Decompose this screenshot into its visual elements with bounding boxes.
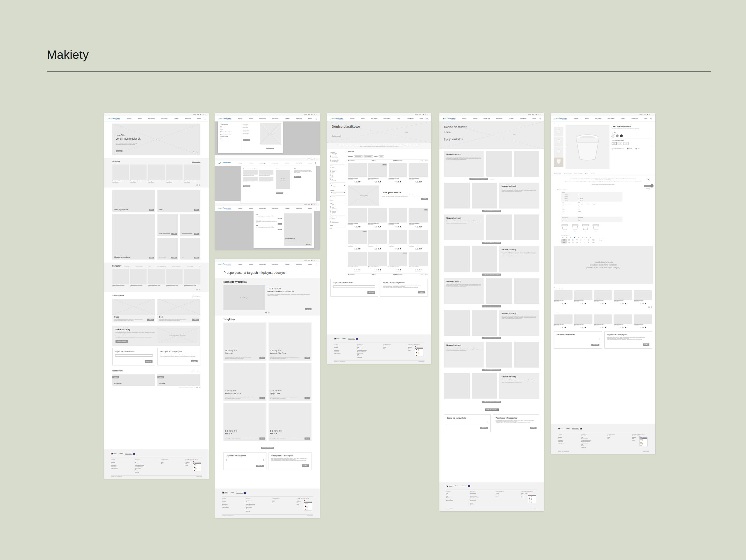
newsletter-email-input[interactable]: [447, 421, 488, 423]
language-option[interactable]: RU: [193, 470, 201, 471]
product-card[interactable]: Nazwa produktu lorem ipsum Rodzaj produk…: [574, 290, 593, 305]
search-icon[interactable]: [315, 162, 317, 164]
filter-option[interactable]: + kolor łamany 2: [331, 210, 345, 211]
cooperation-button[interactable]: ZOBACZ: [418, 291, 425, 293]
cooperation-button[interactable]: ZOBACZ: [530, 427, 537, 429]
nav-item[interactable]: Nowości: [585, 118, 589, 119]
show-previous-button[interactable]: WYŚWIETL POPRZEDNIE: [261, 447, 275, 449]
menu-subcategory[interactable]: systemy nawadniania: [242, 135, 257, 136]
topbar-b2b-link[interactable]: B2B: [308, 114, 310, 115]
filter-option[interactable]: Rosana: [331, 169, 345, 170]
bestseller-tab[interactable]: Zbiorniki na wodę: [187, 266, 193, 267]
footer-link[interactable]: Wirtualny spacer: [334, 350, 341, 351]
footer-link[interactable]: Poradniki: [607, 436, 615, 437]
footer-link[interactable]: Wirtualny spacer: [222, 504, 229, 505]
sort-select[interactable]: Sortowanie: Popularność ∨: [393, 160, 403, 161]
filter-option[interactable]: Tubus: [331, 178, 345, 179]
show-collection-products-button[interactable]: POKAŻ WSZYSTKIE PRODUKTY Z KOLEKCJI: [482, 401, 501, 403]
topbar-language[interactable]: PL: [314, 204, 315, 205]
newsletter-email-input[interactable]: [557, 338, 599, 340]
menu-subcategory[interactable]: podstawki pod donice: [242, 132, 257, 133]
filter-option[interactable]: + kolor złoty 1: [331, 211, 345, 212]
zobacz-button[interactable]: ZOBACZ: [194, 209, 199, 211]
prosperplast-logo[interactable]: Prosperplastplastic products: [218, 117, 235, 120]
footer-link[interactable]: Kariera: [632, 440, 637, 441]
slider-handle[interactable]: [344, 185, 345, 186]
footer-link[interactable]: FAQ: [161, 464, 169, 465]
prosperplast-logo[interactable]: Prosperplastplastic products: [442, 117, 459, 120]
cooperation-button[interactable]: ZOBACZ: [643, 343, 650, 345]
filter-option[interactable]: Uno: [331, 175, 345, 176]
nav-item[interactable]: Strefa wiedzy∨: [383, 118, 391, 119]
back-link[interactable]: ‹: [551, 121, 655, 124]
show-collection-products-button[interactable]: POKAŻ WSZYSTKIE PRODUKTY Z KOLEKCJI: [482, 242, 501, 244]
bestseller-tab[interactable]: Donice plastikowe: [124, 266, 130, 267]
nav-item[interactable]: Produkty∨: [462, 118, 467, 119]
footer-link[interactable]: Wirtualny spacer: [558, 440, 565, 441]
footer-link[interactable]: FAQ: [272, 503, 280, 504]
language-option[interactable]: RU: [639, 445, 647, 446]
color-swatch-white[interactable]: [612, 134, 614, 137]
footer-link[interactable]: Wirtualny spacer: [111, 465, 118, 466]
product-card[interactable]: Nazwa produktu lorem ipsum Rodzaj produk…: [148, 165, 165, 183]
footer-link[interactable]: Poradniki: [272, 500, 280, 501]
footer-link[interactable]: Akcesoria do odśnieżania: [357, 352, 367, 353]
nav-item[interactable]: O firmie∨: [174, 118, 179, 119]
see-all-link[interactable]: Zobacz wszystkie >: [192, 161, 200, 163]
product-card[interactable]: Nazwa produktu lorem ipsum Rodzaj produk…: [409, 208, 428, 229]
nav-item[interactable]: Kontakt: [308, 264, 312, 265]
bestseller-tab[interactable]: Inne: [199, 266, 200, 267]
footer-link[interactable]: Katalogi: [383, 347, 391, 348]
style-tile[interactable]: Ogród Lorem ipsum dolor sit amet, consec…: [112, 299, 155, 322]
past-event-card[interactable]: 8.-12. luty 2019 Ambiente The Show Lead …: [224, 363, 266, 401]
article-card[interactable]: Tytuł poradnika lorem ipsum dolor sit: [259, 177, 274, 183]
topbar-b2b-link[interactable]: B2B: [644, 114, 645, 115]
footer-link[interactable]: Targi: [558, 439, 565, 440]
product-action[interactable]: Schowek: [627, 148, 632, 149]
footer-link[interactable]: Nowości: [357, 356, 367, 357]
color-dots[interactable]: [348, 181, 367, 182]
pagination[interactable]: ‹ 1 2 3 … 4 … 17 18 ›: [420, 160, 428, 161]
language-select[interactable]: Polski∨: [190, 461, 202, 462]
color-dots[interactable]: [389, 248, 407, 249]
filter-option[interactable]: doniczki ozdobne: [331, 153, 345, 155]
footer-link[interactable]: Shop by style: [581, 447, 591, 448]
footer-link[interactable]: Kariera: [521, 498, 525, 499]
footer-link[interactable]: Ochrona danych: [334, 352, 341, 353]
filter-header[interactable]: Typ+: [331, 228, 345, 229]
bestseller-tab[interactable]: Akcesoria ogrodowe: [136, 266, 142, 267]
footer-link[interactable]: Ochrona danych: [111, 467, 118, 468]
footer-link[interactable]: Nasze marki: [222, 501, 229, 503]
topbar-b2b-link[interactable]: B2B: [420, 114, 421, 115]
filter-option[interactable]: doniczka: [331, 218, 345, 219]
footer-link[interactable]: Akcesoria do odśnieżania: [135, 467, 144, 468]
product-card[interactable]: Nazwa produktu lorem ipsum Rodzaj produk…: [166, 269, 182, 287]
topbar-kariera-link[interactable]: Kariera: [528, 114, 531, 115]
footer-link[interactable]: Kontakt: [408, 346, 412, 347]
size-button[interactable]: ⌀ 600: [612, 142, 616, 145]
newsletter-email-input[interactable]: [333, 285, 375, 288]
zobacz-button[interactable]: ZOBACZ: [149, 257, 154, 259]
product-thumbnail[interactable]: [554, 127, 564, 137]
nav-item[interactable]: Shop by Style: [259, 118, 266, 119]
category-tile[interactable]: Zimowe zabawki plastikoweZOBACZ: [157, 214, 178, 236]
nav-item[interactable]: Nowości: [474, 118, 477, 119]
footer-link[interactable]: Polityka prywatności: [334, 353, 341, 354]
footer-link[interactable]: Akcesoria do odśnieżania: [581, 441, 591, 442]
footer-link[interactable]: Polityka prywatności: [111, 468, 118, 469]
footer-link[interactable]: O nas: [111, 461, 118, 462]
filter-option[interactable]: systemy nawadniania: [331, 163, 345, 164]
color-dots[interactable]: [574, 327, 593, 328]
variant-row[interactable]: DLW600800170⌀ 1001–6~220 zł: [561, 242, 596, 243]
see-all-link[interactable]: Zobacz wszystkie >: [192, 371, 200, 372]
footer-link[interactable]: Dom: [135, 463, 144, 464]
zobacz-button[interactable]: ZOBACZ: [157, 376, 164, 379]
nav-item[interactable]: Nowości: [249, 118, 253, 119]
all-products-button[interactable]: Wszystkie produkty: [242, 139, 250, 141]
nav-item[interactable]: O firmie∨: [285, 118, 290, 119]
topbar-b2b-link[interactable]: B2B: [308, 204, 310, 205]
nav-item[interactable]: Shop by Style: [483, 118, 490, 119]
czytaj-button[interactable]: CZYTAJ: [259, 438, 265, 440]
all-articles-button[interactable]: Wszystkie artykuły: [243, 186, 250, 187]
footer-link[interactable]: Zbiorniki na wodę: [246, 507, 255, 508]
